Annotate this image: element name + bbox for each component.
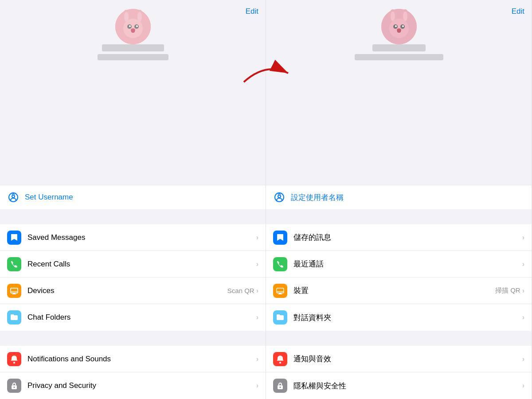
svg-rect-14	[11, 288, 18, 293]
right-sep-2	[266, 331, 532, 346]
right-devices-chevron: ›	[522, 287, 524, 295]
right-item-privacy[interactable]: 隱私權與安全性 ›	[266, 372, 532, 399]
right-item-chat-folders[interactable]: 對話資料夾 ›	[266, 304, 532, 331]
left-username-icon	[7, 191, 20, 203]
right-saved-messages-icon	[273, 231, 287, 245]
left-settings-group-1: Saved Messages › Recent Calls ›	[0, 224, 266, 331]
svg-point-19	[14, 387, 15, 388]
left-privacy-label: Privacy and Security	[27, 381, 256, 390]
left-chat-folders-label: Chat Folders	[27, 313, 256, 322]
svg-point-9	[136, 25, 138, 27]
right-item-notifications[interactable]: 通知與音效 ›	[266, 346, 532, 372]
left-settings-group-2: Notifications and Sounds › Privacy and S…	[0, 346, 266, 399]
left-chat-folders-chevron: ›	[256, 313, 258, 321]
left-privacy-chevron: ›	[256, 382, 258, 390]
right-panel: Edit	[266, 0, 532, 399]
left-devices-label: Devices	[27, 286, 227, 295]
left-chat-folders-icon	[7, 310, 21, 325]
left-username-label: Set Username	[25, 193, 73, 202]
right-profile-name	[273, 44, 524, 60]
right-devices-secondary: 掃描 QR	[495, 286, 520, 295]
right-saved-messages-label: 儲存的訊息	[293, 232, 522, 243]
right-item-saved-messages[interactable]: 儲存的訊息 ›	[266, 224, 532, 251]
left-saved-messages-label: Saved Messages	[27, 233, 256, 242]
svg-point-12	[12, 195, 15, 198]
right-username-icon	[273, 191, 286, 203]
right-notifications-icon	[273, 352, 287, 366]
left-profile-name	[7, 44, 258, 60]
right-settings-group-1: 儲存的訊息 › 最近通話 › 裝置 掃描 QR	[266, 224, 532, 331]
left-notifications-chevron: ›	[256, 355, 258, 363]
left-recent-calls-chevron: ›	[256, 260, 258, 268]
right-privacy-chevron: ›	[522, 382, 524, 390]
left-item-privacy[interactable]: Privacy and Security ›	[0, 372, 266, 399]
right-recent-calls-label: 最近通話	[293, 259, 522, 269]
right-profile-section: Edit	[266, 0, 532, 185]
left-item-saved-messages[interactable]: Saved Messages ›	[0, 224, 266, 251]
left-devices-icon	[7, 284, 21, 298]
svg-rect-33	[277, 288, 284, 293]
left-name-blur	[102, 44, 164, 51]
svg-rect-35	[278, 294, 282, 294]
left-phone-blur	[98, 54, 168, 60]
left-notifications-icon	[7, 352, 21, 366]
right-devices-icon	[273, 284, 287, 298]
left-saved-messages-chevron: ›	[256, 234, 258, 242]
left-recent-calls-label: Recent Calls	[27, 260, 256, 269]
right-saved-messages-chevron: ›	[522, 234, 524, 242]
svg-point-38	[280, 387, 281, 388]
left-avatar	[115, 9, 151, 44]
left-devices-chevron: ›	[256, 287, 258, 295]
right-chat-folders-chevron: ›	[522, 313, 524, 321]
right-item-recent-calls[interactable]: 最近通話 ›	[266, 251, 532, 278]
right-edit-button[interactable]: Edit	[512, 7, 524, 16]
svg-point-17	[13, 362, 15, 364]
left-sep-2	[0, 331, 266, 346]
svg-rect-34	[279, 293, 282, 294]
right-settings-group-2: 通知與音效 › 隱私權與安全性 ›	[266, 346, 532, 399]
svg-rect-16	[12, 294, 16, 294]
svg-point-29	[402, 25, 404, 27]
left-recent-calls-icon	[7, 257, 21, 271]
left-item-chat-folders[interactable]: Chat Folders ›	[0, 304, 266, 331]
right-chat-folders-label: 對話資料夾	[293, 313, 522, 323]
right-username-label: 設定使用者名稱	[291, 192, 344, 203]
right-name-blur	[372, 44, 426, 51]
left-profile-section: Edit	[0, 0, 266, 185]
left-item-devices[interactable]: Devices Scan QR ›	[0, 278, 266, 304]
right-chat-folders-icon	[273, 310, 287, 325]
right-sep-1	[266, 209, 532, 224]
left-item-recent-calls[interactable]: Recent Calls ›	[0, 251, 266, 278]
left-saved-messages-icon	[7, 231, 21, 245]
right-notifications-chevron: ›	[522, 355, 524, 363]
left-item-notifications[interactable]: Notifications and Sounds ›	[0, 346, 266, 372]
svg-rect-15	[13, 293, 16, 294]
right-privacy-label: 隱私權與安全性	[293, 381, 522, 391]
left-username-row[interactable]: Set Username	[0, 185, 266, 209]
left-edit-button[interactable]: Edit	[246, 7, 258, 16]
right-avatar	[381, 9, 417, 44]
right-devices-label: 裝置	[293, 286, 495, 296]
right-privacy-icon	[273, 379, 287, 393]
svg-point-36	[279, 362, 281, 364]
left-sep-1	[0, 209, 266, 224]
left-notifications-label: Notifications and Sounds	[27, 355, 256, 364]
right-notifications-label: 通知與音效	[293, 354, 522, 364]
svg-point-8	[129, 25, 131, 27]
svg-point-28	[395, 25, 397, 27]
right-phone-blur	[355, 54, 443, 60]
right-item-devices[interactable]: 裝置 掃描 QR ›	[266, 278, 532, 304]
right-recent-calls-chevron: ›	[522, 260, 524, 268]
right-recent-calls-icon	[273, 257, 287, 271]
left-devices-secondary: Scan QR	[227, 287, 254, 294]
svg-rect-13	[11, 288, 18, 293]
left-panel: Edit	[0, 0, 266, 399]
right-username-row[interactable]: 設定使用者名稱	[266, 185, 532, 209]
left-privacy-icon	[7, 379, 21, 393]
svg-point-32	[278, 195, 281, 198]
